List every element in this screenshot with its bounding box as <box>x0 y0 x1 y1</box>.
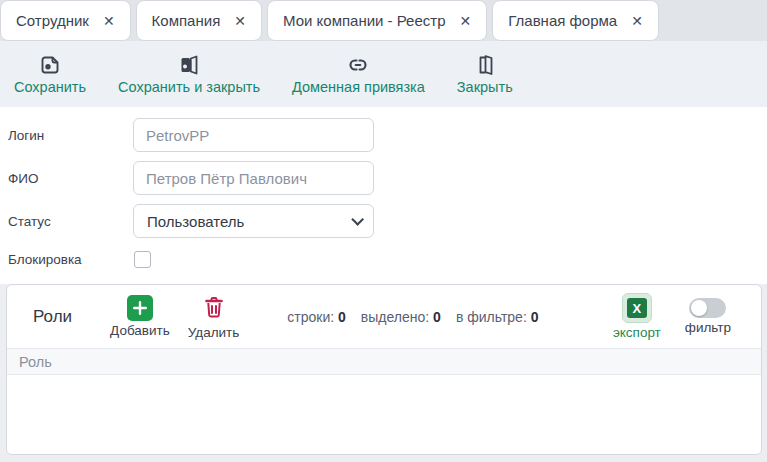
tab-label: Мои компании - Реестр <box>283 12 446 29</box>
roles-toolbar: Роли Добавить Удалить стро <box>7 285 761 348</box>
roles-table-body[interactable] <box>7 375 761 454</box>
trash-icon <box>202 294 226 323</box>
close-icon[interactable]: ✕ <box>234 13 246 29</box>
link-icon <box>346 53 370 77</box>
close-icon[interactable]: ✕ <box>460 13 472 29</box>
status-select[interactable]: Пользователь <box>133 204 374 238</box>
delete-role-button[interactable]: Удалить <box>188 294 240 340</box>
filter-label: фильтр <box>685 320 731 335</box>
filter-toggle-icon[interactable] <box>689 298 726 318</box>
tab-bar: Сотрудник ✕ Компания ✕ Мои компании - Ре… <box>0 0 767 41</box>
grid-counters: строки: 0 выделено: 0 в фильтре: 0 <box>287 309 538 325</box>
domain-binding-button[interactable]: Доменная привязка <box>292 53 425 95</box>
close-icon[interactable]: ✕ <box>631 13 643 29</box>
form-row-fio: ФИО <box>8 161 767 195</box>
form-row-login: Логин <box>8 118 767 152</box>
tab-my-companies-registry[interactable]: Мои компании - Реестр ✕ <box>267 0 487 41</box>
tab-label: Главная форма <box>508 12 617 29</box>
tab-employee[interactable]: Сотрудник ✕ <box>0 0 131 41</box>
roles-table-header[interactable]: Роль <box>7 348 761 375</box>
export-excel-button[interactable]: X экспорт <box>613 293 661 340</box>
close-button[interactable]: Закрыть <box>457 53 513 95</box>
save-icon <box>38 53 62 77</box>
save-and-close-button[interactable]: Сохранить и закрыть <box>118 53 260 95</box>
save-button[interactable]: Сохранить <box>14 53 86 95</box>
form-row-status: Статус Пользователь <box>8 204 767 238</box>
login-label: Логин <box>8 128 133 143</box>
roles-title: Роли <box>33 307 72 327</box>
save-and-close-label: Сохранить и закрыть <box>118 79 260 95</box>
filtered-counter: в фильтре: 0 <box>456 309 539 325</box>
toggle-knob <box>691 300 707 316</box>
plus-icon <box>127 295 153 321</box>
save-label: Сохранить <box>14 79 86 95</box>
fio-input[interactable] <box>133 161 374 195</box>
employee-form: Логин ФИО Статус Пользователь Блокировка <box>0 107 767 284</box>
export-label: экспорт <box>613 325 661 340</box>
close-label: Закрыть <box>457 79 513 95</box>
domain-binding-label: Доменная привязка <box>292 79 425 95</box>
login-input[interactable] <box>133 118 374 152</box>
chevron-down-icon <box>351 213 364 226</box>
save-and-close-icon <box>177 53 201 77</box>
form-row-block: Блокировка <box>8 251 767 268</box>
tab-main-form[interactable]: Главная форма ✕ <box>492 0 659 41</box>
status-label: Статус <box>8 214 133 229</box>
door-icon <box>473 53 497 77</box>
tab-company[interactable]: Компания ✕ <box>136 0 262 41</box>
delete-role-label: Удалить <box>188 325 240 340</box>
roles-panel: Роли Добавить Удалить стро <box>6 284 762 455</box>
selected-counter: выделено: 0 <box>361 309 441 325</box>
block-checkbox[interactable] <box>134 251 151 268</box>
column-header-role: Роль <box>19 354 52 370</box>
block-label: Блокировка <box>8 252 133 267</box>
status-selected-value: Пользователь <box>147 213 244 230</box>
filter-toggle-button[interactable]: фильтр <box>685 298 731 335</box>
close-icon[interactable]: ✕ <box>103 13 115 29</box>
toolbar: Сохранить Сохранить и закрыть Доменная п… <box>0 41 767 107</box>
add-role-label: Добавить <box>110 323 170 338</box>
tab-label: Сотрудник <box>16 12 89 29</box>
fio-label: ФИО <box>8 171 133 186</box>
tab-label: Компания <box>152 12 221 29</box>
rows-counter: строки: 0 <box>287 309 346 325</box>
excel-icon: X <box>622 293 652 323</box>
add-role-button[interactable]: Добавить <box>110 295 170 338</box>
